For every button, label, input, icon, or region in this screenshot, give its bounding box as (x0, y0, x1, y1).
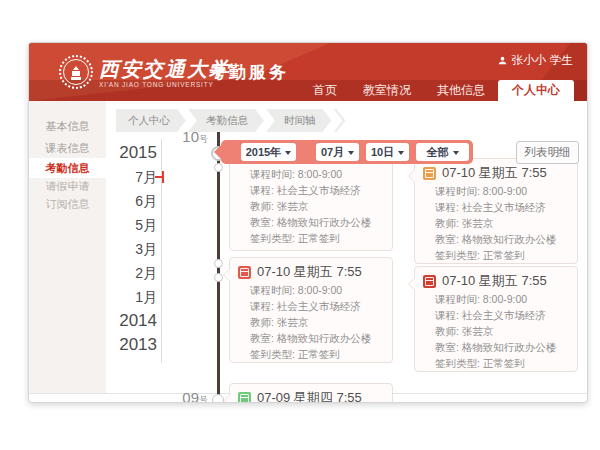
type-dropdown[interactable]: 全部 (416, 143, 469, 161)
chevron-down-icon (348, 151, 354, 158)
timeline-node (214, 163, 223, 172)
nav-home[interactable]: 首页 (300, 80, 350, 101)
calendar-icon (423, 275, 436, 288)
service-title: 考勤服务 (209, 61, 289, 84)
sidebar-item-schedule-info[interactable]: 课表信息 (29, 138, 106, 158)
card-field: 签到类型: 正常签到 (230, 346, 392, 362)
rail-year-2013[interactable]: 2013 (106, 333, 157, 357)
card-field: 教室: 格物致知行政办公楼 (230, 214, 392, 230)
rail-month-5[interactable]: 5月 (106, 213, 157, 237)
calendar-icon (423, 167, 436, 180)
card-field: 课程时间: 8:00-9:00 (230, 166, 392, 182)
card-field: 课程: 社会主义市场经济 (415, 307, 577, 323)
month-dropdown[interactable]: 07月 (316, 143, 359, 161)
rail-month-7[interactable]: 7月 (106, 165, 157, 189)
chevron-down-icon (285, 151, 291, 158)
timeline-node (212, 394, 224, 403)
user-info[interactable]: 张小小 学生 (497, 53, 574, 68)
date-filter-bar: 2015年 07月 10日 全部 (221, 140, 473, 164)
timeline-node (214, 273, 223, 282)
card-date: 07-09 星期四 7:55 (257, 389, 362, 403)
person-icon (497, 55, 508, 66)
card-date: 07-10 星期五 7:55 (257, 263, 362, 281)
sidebar-item-subscription-info[interactable]: 订阅信息 (29, 194, 106, 214)
app-header: 西安交通大学 XI'AN JIAO TONG UNIVERSITY 考勤服务 张… (29, 43, 587, 101)
sidebar-item-basic-info[interactable]: 基本信息 (29, 116, 106, 136)
user-name: 张小小 (512, 53, 547, 68)
chevron-down-icon (453, 151, 459, 158)
main-content: 个人中心 考勤信息 时间轴 2015 7月 6月 5月 3月 2月 1月 201… (106, 101, 587, 402)
card-field: 课程时间: 8:00-9:00 (415, 183, 577, 199)
nav-personal-center[interactable]: 个人中心 (498, 80, 574, 101)
current-month-marker-icon (162, 171, 164, 183)
top-nav: 首页 教室情况 其他信息 个人中心 (300, 80, 574, 101)
day-label-09: 09号 (146, 389, 208, 403)
year-dropdown[interactable]: 2015年 (241, 143, 296, 161)
breadcrumb-timeline[interactable]: 时间轴 (266, 109, 332, 132)
breadcrumb-end-chevron-icon (334, 109, 346, 132)
current-month-marker-icon (155, 176, 162, 178)
card-field: 签到类型: 正常签到 (415, 247, 577, 263)
sidebar-item-attendance-info[interactable]: 考勤信息 (29, 158, 106, 178)
calendar-icon (238, 392, 251, 404)
filter-tail-icon (214, 145, 221, 159)
app-window: 西安交通大学 XI'AN JIAO TONG UNIVERSITY 考勤服务 张… (28, 42, 588, 403)
card-field: 课程时间: 8:00-9:00 (415, 291, 577, 307)
card-date: 07-10 星期五 7:55 (442, 164, 547, 182)
nav-classrooms[interactable]: 教室情况 (350, 80, 424, 101)
attendance-card: 07-10 星期五 7:55 课程时间: 8:00-9:00 课程: 社会主义市… (414, 158, 578, 264)
user-role: 学生 (550, 53, 573, 68)
university-name-en: XI'AN JIAO TONG UNIVERSITY (99, 81, 214, 88)
nav-other-info[interactable]: 其他信息 (424, 80, 498, 101)
rail-month-1[interactable]: 1月 (106, 285, 157, 309)
card-field: 签到类型: 正常签到 (230, 230, 392, 246)
attendance-card: 07-10 星期五 7:55 课程时间: 8:00-9:00 课程: 社会主义市… (414, 266, 578, 372)
rail-month-2[interactable]: 2月 (106, 261, 157, 285)
card-field: 课程时间: 8:00-9:00 (230, 282, 392, 298)
list-detail-button[interactable]: 列表明细 (516, 141, 579, 164)
chevron-down-icon (398, 151, 404, 158)
card-field: 签到类型: 正常签到 (415, 355, 577, 371)
attendance-card: 07-09 星期四 7:55 (229, 383, 393, 403)
timeline-node (214, 259, 223, 268)
calendar-icon (238, 266, 251, 279)
rail-year-2014[interactable]: 2014 (106, 309, 157, 333)
attendance-card: 07-10 星期五 7:55 课程时间: 8:00-9:00 课程: 社会主义市… (229, 257, 393, 363)
card-field: 教师: 张芸京 (230, 198, 392, 214)
card-date: 07-10 星期五 7:55 (442, 272, 547, 290)
sidebar-item-leave-request[interactable]: 请假申请 (29, 176, 106, 196)
timeline-year-rail: 2015 7月 6月 5月 3月 2月 1月 2014 2013 (106, 141, 157, 357)
card-field: 教室: 格物致知行政办公楼 (230, 330, 392, 346)
sidebar: 基本信息 课表信息 考勤信息 请假申请 订阅信息 (29, 101, 106, 394)
university-logo-icon (59, 55, 93, 89)
day-dropdown[interactable]: 10日 (366, 143, 409, 161)
card-field: 教师: 张芸京 (415, 323, 577, 339)
card-field: 教师: 张芸京 (415, 215, 577, 231)
card-field: 课程: 社会主义市场经济 (230, 298, 392, 314)
rail-month-3[interactable]: 3月 (106, 237, 157, 261)
day-label-10: 10号 (146, 128, 208, 146)
card-field: 课程: 社会主义市场经济 (230, 182, 392, 198)
card-field: 课程: 社会主义市场经济 (415, 199, 577, 215)
rail-month-6[interactable]: 6月 (106, 189, 157, 213)
card-field: 教室: 格物致知行政办公楼 (415, 231, 577, 247)
card-field: 教室: 格物致知行政办公楼 (415, 339, 577, 355)
card-field: 教师: 张芸京 (230, 314, 392, 330)
